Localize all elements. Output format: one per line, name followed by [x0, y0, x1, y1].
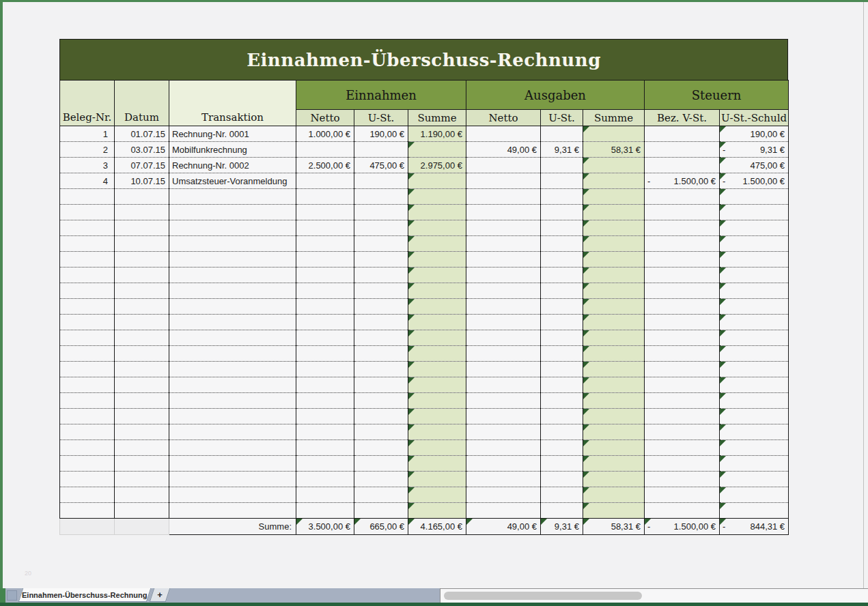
- cell-e-ust[interactable]: [354, 330, 408, 346]
- cell-e-netto[interactable]: [296, 252, 354, 268]
- cell-transaktion[interactable]: [169, 268, 296, 283]
- cell-transaktion[interactable]: [169, 346, 296, 362]
- cell-e-ust[interactable]: 190,00 €: [354, 126, 408, 142]
- cell-a-summe[interactable]: [583, 330, 645, 346]
- cell-transaktion[interactable]: [169, 236, 296, 252]
- cell-bez-vst[interactable]: [645, 252, 720, 268]
- scrollbar-thumb[interactable]: [444, 592, 642, 600]
- cell-transaktion[interactable]: [169, 252, 296, 268]
- cell-bez-vst[interactable]: [645, 424, 720, 440]
- cell-a-summe[interactable]: [583, 456, 645, 472]
- cell-a-ust[interactable]: [541, 268, 583, 283]
- cell-e-ust[interactable]: [354, 472, 408, 487]
- cell-datum[interactable]: [115, 503, 169, 519]
- summary-e-ust[interactable]: 665,00 €: [354, 519, 408, 535]
- cell-e-summe[interactable]: [408, 346, 466, 362]
- cell-nr[interactable]: [60, 440, 115, 456]
- cell-bez-vst[interactable]: [645, 315, 720, 330]
- cell-a-ust[interactable]: [541, 472, 583, 487]
- cell-e-netto[interactable]: [296, 283, 354, 299]
- cell-e-netto[interactable]: [296, 173, 354, 189]
- cell-a-summe[interactable]: 58,31 €: [583, 142, 645, 158]
- cell-transaktion[interactable]: [169, 283, 296, 299]
- cell-ust-schuld[interactable]: [720, 220, 789, 236]
- cell-nr[interactable]: [60, 283, 115, 299]
- cell-a-ust[interactable]: [541, 236, 583, 252]
- cell-datum[interactable]: [115, 409, 169, 424]
- cell-a-ust[interactable]: [541, 346, 583, 362]
- cell-e-netto[interactable]: [296, 487, 354, 503]
- cell-e-netto[interactable]: [296, 472, 354, 487]
- cell-ust-schuld[interactable]: [720, 252, 789, 268]
- cell-bez-vst[interactable]: [645, 346, 720, 362]
- cell-e-netto[interactable]: [296, 346, 354, 362]
- cell-a-summe[interactable]: [583, 268, 645, 283]
- cell-nr[interactable]: 3: [60, 158, 115, 173]
- cell-e-ust[interactable]: [354, 440, 408, 456]
- cell-a-netto[interactable]: [466, 158, 541, 173]
- cell-e-summe[interactable]: [408, 472, 466, 487]
- cell-transaktion[interactable]: [169, 299, 296, 315]
- cell-a-summe[interactable]: [583, 236, 645, 252]
- cell-nr[interactable]: [60, 236, 115, 252]
- cell-e-summe[interactable]: [408, 424, 466, 440]
- col-header-ust-schuld[interactable]: U-St.-Schuld: [720, 110, 789, 126]
- col-header-einnahmen-netto[interactable]: Netto: [296, 110, 354, 126]
- cell-e-ust[interactable]: [354, 205, 408, 220]
- col-header-bez-vst[interactable]: Bez. V-St.: [645, 110, 720, 126]
- cell-e-ust[interactable]: [354, 487, 408, 503]
- cell-e-netto[interactable]: [296, 503, 354, 519]
- cell-nr[interactable]: [60, 299, 115, 315]
- cell-e-ust[interactable]: [354, 409, 408, 424]
- cell-e-summe[interactable]: 1.190,00 €: [408, 126, 466, 142]
- cell-datum[interactable]: [115, 424, 169, 440]
- cell-transaktion[interactable]: [169, 315, 296, 330]
- cell-e-summe[interactable]: [408, 299, 466, 315]
- col-header-einnahmen-ust[interactable]: U-St.: [354, 110, 408, 126]
- cell-transaktion[interactable]: [169, 205, 296, 220]
- cell-a-summe[interactable]: [583, 440, 645, 456]
- cell-ust-schuld[interactable]: [720, 346, 789, 362]
- cell-e-summe[interactable]: [408, 173, 466, 189]
- cell-transaktion[interactable]: Umsatzsteuer-Voranmeldung: [169, 173, 296, 189]
- cell-datum[interactable]: [115, 268, 169, 283]
- cell-nr[interactable]: [60, 220, 115, 236]
- cell-datum[interactable]: [115, 189, 169, 205]
- cell-nr[interactable]: [60, 252, 115, 268]
- cell-e-netto[interactable]: [296, 456, 354, 472]
- cell-e-ust[interactable]: [354, 346, 408, 362]
- cell-e-summe[interactable]: [408, 487, 466, 503]
- cell-e-netto[interactable]: [296, 268, 354, 283]
- cell-e-ust[interactable]: [354, 220, 408, 236]
- cell-datum[interactable]: [115, 456, 169, 472]
- summary-a-ust[interactable]: 9,31 €: [541, 519, 583, 535]
- cell-a-summe[interactable]: [583, 189, 645, 205]
- cell-a-summe[interactable]: [583, 487, 645, 503]
- cell-e-ust[interactable]: [354, 362, 408, 377]
- cell-nr[interactable]: [60, 205, 115, 220]
- cell-bez-vst[interactable]: [645, 142, 720, 158]
- cell-bez-vst[interactable]: [645, 393, 720, 409]
- cell-e-ust[interactable]: [354, 315, 408, 330]
- cell-nr[interactable]: [60, 456, 115, 472]
- cell-bez-vst[interactable]: [645, 377, 720, 393]
- cell-a-netto[interactable]: [466, 346, 541, 362]
- cell-a-summe[interactable]: [583, 252, 645, 268]
- cell-e-netto[interactable]: [296, 299, 354, 315]
- cell-datum[interactable]: [115, 252, 169, 268]
- cell-nr[interactable]: [60, 189, 115, 205]
- cell-nr[interactable]: [60, 393, 115, 409]
- cell-datum[interactable]: [115, 440, 169, 456]
- cell-datum[interactable]: [115, 220, 169, 236]
- cell-ust-schuld[interactable]: [720, 440, 789, 456]
- cell-e-netto[interactable]: [296, 220, 354, 236]
- cell-datum[interactable]: 07.07.15: [115, 158, 169, 173]
- add-sheet-tab[interactable]: +: [150, 588, 170, 602]
- cell-a-ust[interactable]: [541, 220, 583, 236]
- cell-ust-schuld[interactable]: [720, 503, 789, 519]
- summary-e-summe[interactable]: 4.165,00 €: [408, 519, 466, 535]
- cell-a-ust[interactable]: [541, 377, 583, 393]
- cell-ust-schuld[interactable]: -9,31 €: [720, 142, 789, 158]
- cell-ust-schuld[interactable]: [720, 205, 789, 220]
- cell-transaktion[interactable]: [169, 393, 296, 409]
